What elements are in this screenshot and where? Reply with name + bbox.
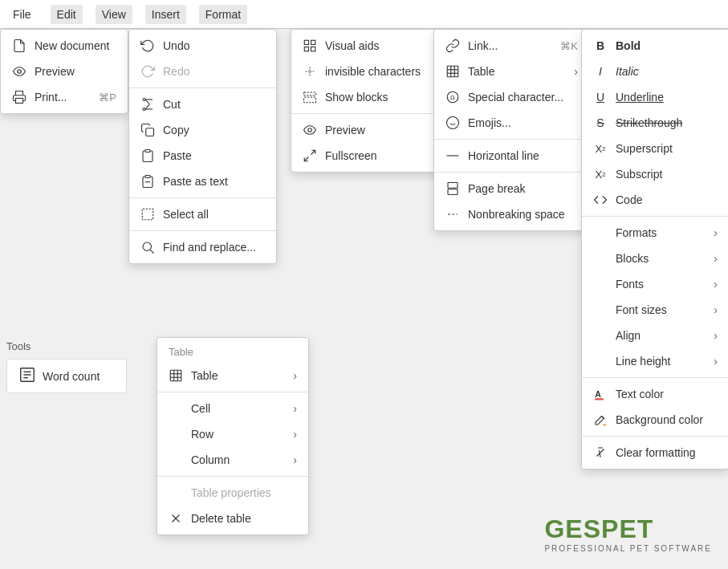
svg-rect-6 [146,128,154,136]
table-delete[interactable]: Delete table [157,506,308,531]
insert-link[interactable]: Link... ⌘K [434,33,589,59]
new-doc-icon [12,39,26,53]
format-text-color[interactable]: A Text color [582,381,728,407]
word-count-button[interactable]: Word count [6,359,127,393]
format-bg-color[interactable]: Background color [582,407,728,433]
file-print[interactable]: Print... ⌘P [1,84,128,110]
table-sep2 [157,476,308,477]
copy-icon [140,123,155,137]
menubar: File Edit View Insert Format [0,0,728,29]
edit-sep2 [129,197,276,198]
insert-sep1 [434,139,589,140]
table-properties[interactable]: Table properties [157,480,308,506]
bold-icon: B [593,39,608,53]
file-preview[interactable]: Preview [1,59,128,84]
svg-rect-8 [145,176,150,178]
svg-point-3 [143,99,145,101]
svg-rect-22 [447,66,458,77]
font-sizes-arrow: › [714,303,718,316]
format-line-height[interactable]: Line height › [582,348,728,374]
svg-line-12 [150,250,153,253]
format-blocks[interactable]: Blocks › [582,246,728,271]
word-count-icon [18,366,36,386]
edit-redo[interactable]: Redo [129,59,276,84]
clear-format-icon [593,445,608,460]
cut-icon [140,97,155,112]
view-fullscreen[interactable]: Fullscreen [291,143,450,169]
format-formats[interactable]: Formats › [582,220,728,246]
menu-view[interactable]: View [96,5,132,24]
table-table-icon [169,368,183,383]
table-sep1 [157,392,308,392]
view-preview[interactable]: Preview [291,117,450,143]
table-cell[interactable]: Cell › [157,396,308,421]
format-bold[interactable]: B Bold [582,33,728,59]
edit-paste-text[interactable]: Paste as text [129,169,276,194]
show-blocks-icon [303,90,317,104]
edit-paste[interactable]: Paste [129,143,276,169]
svg-rect-1 [16,99,23,104]
insert-table[interactable]: Table › [434,59,589,84]
edit-sep3 [129,230,276,231]
edit-find-replace[interactable]: Find and replace... [129,234,276,260]
visual-aids-icon [303,39,317,53]
file-dropdown: New document Preview Print... ⌘P [0,29,128,114]
format-superscript[interactable]: X2 Superscript [582,136,728,161]
format-font-sizes[interactable]: Font sizes › [582,297,728,323]
page-break-icon [445,181,460,196]
svg-point-0 [18,70,22,74]
svg-point-2 [143,108,145,111]
format-strikethrough[interactable]: S Strikethrough [582,110,728,136]
align-arrow: › [714,329,718,342]
format-sep3 [582,436,728,437]
file-new-document[interactable]: New document [1,33,128,59]
view-dropdown: Visual aids invisible characters Show bl… [291,29,451,173]
menu-insert[interactable]: Insert [145,5,186,24]
svg-line-21 [304,157,308,161]
table-row[interactable]: Row › [157,421,308,447]
insert-hline[interactable]: Horizontal line [434,143,589,169]
link-shortcut: ⌘K [560,40,578,52]
menu-edit[interactable]: Edit [51,5,83,24]
view-visual-aids[interactable]: Visual aids [291,33,450,59]
insert-nbsp[interactable]: Nonbreaking space [434,201,589,227]
table-column[interactable]: Column › [157,447,308,473]
svg-rect-34 [448,189,458,195]
table-panel: Table Table › Cell › Row › Column › Tabl… [157,337,309,535]
format-code[interactable]: Code [582,187,728,213]
svg-text:A: A [595,389,601,399]
edit-cut[interactable]: Cut [129,91,276,117]
tools-panel: Tools Word count [0,337,133,396]
format-fonts[interactable]: Fonts › [582,271,728,297]
table-submenu-arrow: › [293,369,297,382]
edit-copy[interactable]: Copy [129,117,276,143]
menu-file[interactable]: File [6,5,38,24]
format-align[interactable]: Align › [582,323,728,348]
svg-text:Ω: Ω [450,94,455,101]
special-char-icon: Ω [445,90,460,104]
format-sep1 [582,216,728,217]
table-table[interactable]: Table › [157,363,308,388]
menu-format[interactable]: Format [199,5,247,24]
column-arrow: › [293,453,297,466]
edit-dropdown: Undo Redo Cut Copy Paste Paste as text [128,29,277,264]
svg-rect-10 [142,209,153,220]
insert-special-char[interactable]: Ω Special character... [434,84,589,110]
format-clear[interactable]: Clear formatting [582,440,728,465]
edit-undo[interactable]: Undo [129,33,276,59]
table-props-icon [169,486,183,500]
insert-emojis[interactable]: Emojis... [434,110,589,136]
tools-label: Tools [0,337,133,356]
font-sizes-icon [593,303,608,317]
format-subscript[interactable]: X2 Subscript [582,161,728,187]
insert-page-break[interactable]: Page break [434,176,589,201]
format-sep2 [582,377,728,378]
view-show-blocks[interactable]: Show blocks [291,84,450,110]
view-invisible-chars[interactable]: invisible characters [291,59,450,84]
formats-arrow: › [714,226,718,239]
svg-rect-17 [304,92,316,96]
edit-select-all[interactable]: Select all [129,201,276,227]
svg-point-19 [308,128,312,132]
format-italic[interactable]: I Italic [582,59,728,84]
format-underline[interactable]: U Underline [582,84,728,110]
